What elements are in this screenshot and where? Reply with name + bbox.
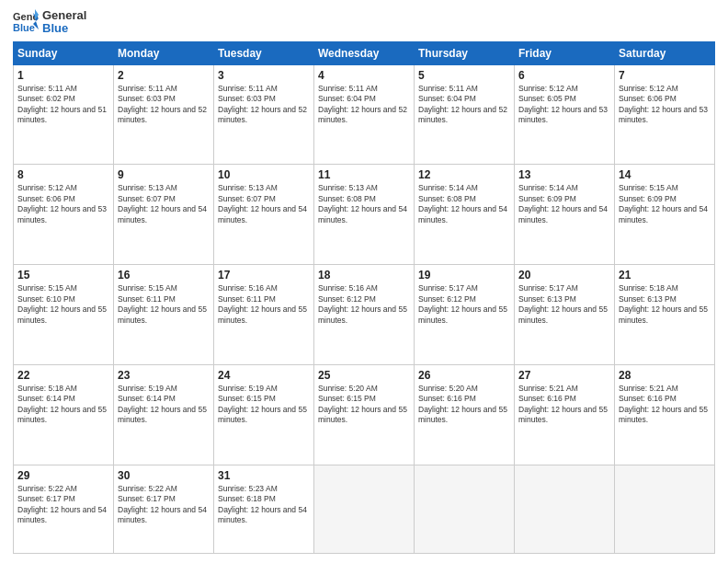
calendar-day-cell: 31Sunrise: 5:23 AMSunset: 6:18 PMDayligh… — [214, 465, 314, 553]
day-info: Sunrise: 5:14 AMSunset: 6:09 PMDaylight:… — [518, 183, 610, 225]
day-info: Sunrise: 5:16 AMSunset: 6:12 PMDaylight:… — [318, 283, 410, 326]
logo: General Blue General Blue — [13, 9, 86, 36]
day-info: Sunrise: 5:11 AMSunset: 6:04 PMDaylight:… — [318, 84, 410, 126]
calendar-day-cell: 11Sunrise: 5:13 AMSunset: 6:08 PMDayligh… — [314, 165, 415, 265]
calendar-week-row: 1Sunrise: 5:11 AMSunset: 6:02 PMDaylight… — [14, 64, 715, 165]
col-header-thursday: Thursday — [415, 41, 515, 64]
day-number: 1 — [17, 69, 109, 82]
calendar-week-row: 22Sunrise: 5:18 AMSunset: 6:14 PMDayligh… — [14, 364, 715, 465]
day-info: Sunrise: 5:22 AMSunset: 6:17 PMDaylight:… — [118, 484, 210, 526]
calendar-day-cell: 2Sunrise: 5:11 AMSunset: 6:03 PMDaylight… — [114, 64, 214, 165]
logo-general: General — [42, 9, 86, 22]
header: General Blue General Blue — [13, 9, 715, 36]
logo-blue: Blue — [42, 22, 86, 35]
col-header-tuesday: Tuesday — [214, 41, 314, 64]
calendar-day-cell: 5Sunrise: 5:11 AMSunset: 6:04 PMDaylight… — [415, 64, 515, 165]
day-number: 21 — [619, 269, 711, 282]
day-number: 6 — [518, 69, 610, 82]
day-info: Sunrise: 5:15 AMSunset: 6:10 PMDaylight:… — [17, 283, 109, 326]
calendar-day-cell: 26Sunrise: 5:20 AMSunset: 6:16 PMDayligh… — [415, 364, 515, 465]
calendar-day-cell: 4Sunrise: 5:11 AMSunset: 6:04 PMDaylight… — [314, 64, 415, 165]
calendar-day-cell: 15Sunrise: 5:15 AMSunset: 6:10 PMDayligh… — [14, 265, 114, 365]
day-info: Sunrise: 5:15 AMSunset: 6:11 PMDaylight:… — [118, 283, 210, 326]
logo-icon: General Blue — [13, 9, 39, 35]
day-info: Sunrise: 5:11 AMSunset: 6:03 PMDaylight:… — [118, 84, 210, 126]
day-info: Sunrise: 5:19 AMSunset: 6:15 PMDaylight:… — [218, 384, 310, 426]
calendar-day-cell: 17Sunrise: 5:16 AMSunset: 6:11 PMDayligh… — [214, 265, 314, 365]
calendar-day-cell: 13Sunrise: 5:14 AMSunset: 6:09 PMDayligh… — [515, 165, 615, 265]
day-info: Sunrise: 5:12 AMSunset: 6:05 PMDaylight:… — [518, 84, 610, 126]
day-number: 7 — [619, 69, 711, 82]
day-number: 11 — [318, 168, 410, 181]
calendar-day-cell: 14Sunrise: 5:15 AMSunset: 6:09 PMDayligh… — [615, 165, 715, 265]
page-container: General Blue General Blue SundayMondayTu… — [0, 0, 728, 563]
calendar-day-cell: 8Sunrise: 5:12 AMSunset: 6:06 PMDaylight… — [14, 165, 114, 265]
col-header-saturday: Saturday — [615, 41, 715, 64]
calendar-day-cell: 25Sunrise: 5:20 AMSunset: 6:15 PMDayligh… — [314, 364, 415, 465]
day-number: 8 — [17, 168, 109, 181]
calendar-day-cell: 27Sunrise: 5:21 AMSunset: 6:16 PMDayligh… — [515, 364, 615, 465]
day-number: 31 — [218, 469, 310, 482]
day-number: 23 — [118, 369, 210, 382]
calendar-day-cell: 22Sunrise: 5:18 AMSunset: 6:14 PMDayligh… — [14, 364, 114, 465]
day-info: Sunrise: 5:11 AMSunset: 6:02 PMDaylight:… — [17, 84, 109, 126]
calendar-day-cell: 18Sunrise: 5:16 AMSunset: 6:12 PMDayligh… — [314, 265, 415, 365]
calendar-day-cell — [615, 465, 715, 553]
calendar-day-cell: 12Sunrise: 5:14 AMSunset: 6:08 PMDayligh… — [415, 165, 515, 265]
calendar-day-cell: 29Sunrise: 5:22 AMSunset: 6:17 PMDayligh… — [14, 465, 114, 553]
logo-text: General Blue — [42, 9, 86, 36]
calendar-day-cell: 19Sunrise: 5:17 AMSunset: 6:12 PMDayligh… — [415, 265, 515, 365]
calendar-day-cell: 30Sunrise: 5:22 AMSunset: 6:17 PMDayligh… — [114, 465, 214, 553]
day-number: 18 — [318, 269, 410, 282]
day-info: Sunrise: 5:22 AMSunset: 6:17 PMDaylight:… — [17, 484, 109, 526]
day-number: 19 — [418, 269, 510, 282]
calendar-week-row: 8Sunrise: 5:12 AMSunset: 6:06 PMDaylight… — [14, 165, 715, 265]
day-info: Sunrise: 5:15 AMSunset: 6:09 PMDaylight:… — [619, 183, 711, 225]
calendar-day-cell: 7Sunrise: 5:12 AMSunset: 6:06 PMDaylight… — [615, 64, 715, 165]
calendar-day-cell — [415, 465, 515, 553]
day-number: 5 — [418, 69, 510, 82]
day-info: Sunrise: 5:13 AMSunset: 6:08 PMDaylight:… — [318, 183, 410, 225]
day-info: Sunrise: 5:13 AMSunset: 6:07 PMDaylight:… — [218, 183, 310, 225]
day-number: 10 — [218, 168, 310, 181]
calendar-day-cell — [314, 465, 415, 553]
day-number: 22 — [17, 369, 109, 382]
day-number: 28 — [619, 369, 711, 382]
col-header-wednesday: Wednesday — [314, 41, 415, 64]
col-header-friday: Friday — [515, 41, 615, 64]
day-number: 17 — [218, 269, 310, 282]
calendar-header-row: SundayMondayTuesdayWednesdayThursdayFrid… — [14, 41, 715, 64]
day-info: Sunrise: 5:17 AMSunset: 6:13 PMDaylight:… — [518, 283, 610, 326]
day-info: Sunrise: 5:23 AMSunset: 6:18 PMDaylight:… — [218, 484, 310, 526]
day-number: 15 — [17, 269, 109, 282]
day-info: Sunrise: 5:18 AMSunset: 6:14 PMDaylight:… — [17, 384, 109, 426]
day-info: Sunrise: 5:16 AMSunset: 6:11 PMDaylight:… — [218, 283, 310, 326]
calendar-day-cell: 9Sunrise: 5:13 AMSunset: 6:07 PMDaylight… — [114, 165, 214, 265]
col-header-monday: Monday — [114, 41, 214, 64]
day-info: Sunrise: 5:21 AMSunset: 6:16 PMDaylight:… — [619, 384, 711, 426]
day-info: Sunrise: 5:19 AMSunset: 6:14 PMDaylight:… — [118, 384, 210, 426]
calendar-week-row: 15Sunrise: 5:15 AMSunset: 6:10 PMDayligh… — [14, 265, 715, 365]
day-info: Sunrise: 5:11 AMSunset: 6:03 PMDaylight:… — [218, 84, 310, 126]
calendar-table: SundayMondayTuesdayWednesdayThursdayFrid… — [13, 41, 715, 554]
day-number: 25 — [318, 369, 410, 382]
day-info: Sunrise: 5:12 AMSunset: 6:06 PMDaylight:… — [17, 183, 109, 225]
calendar-day-cell: 3Sunrise: 5:11 AMSunset: 6:03 PMDaylight… — [214, 64, 314, 165]
calendar-day-cell: 16Sunrise: 5:15 AMSunset: 6:11 PMDayligh… — [114, 265, 214, 365]
day-number: 27 — [518, 369, 610, 382]
day-number: 4 — [318, 69, 410, 82]
calendar-day-cell: 24Sunrise: 5:19 AMSunset: 6:15 PMDayligh… — [214, 364, 314, 465]
day-info: Sunrise: 5:17 AMSunset: 6:12 PMDaylight:… — [418, 283, 510, 326]
day-info: Sunrise: 5:18 AMSunset: 6:13 PMDaylight:… — [619, 283, 711, 326]
day-number: 12 — [418, 168, 510, 181]
day-number: 20 — [518, 269, 610, 282]
day-number: 30 — [118, 469, 210, 482]
day-info: Sunrise: 5:20 AMSunset: 6:15 PMDaylight:… — [318, 384, 410, 426]
day-number: 3 — [218, 69, 310, 82]
day-info: Sunrise: 5:14 AMSunset: 6:08 PMDaylight:… — [418, 183, 510, 225]
day-info: Sunrise: 5:11 AMSunset: 6:04 PMDaylight:… — [418, 84, 510, 126]
calendar-day-cell — [515, 465, 615, 553]
col-header-sunday: Sunday — [14, 41, 114, 64]
day-number: 16 — [118, 269, 210, 282]
calendar-day-cell: 21Sunrise: 5:18 AMSunset: 6:13 PMDayligh… — [615, 265, 715, 365]
